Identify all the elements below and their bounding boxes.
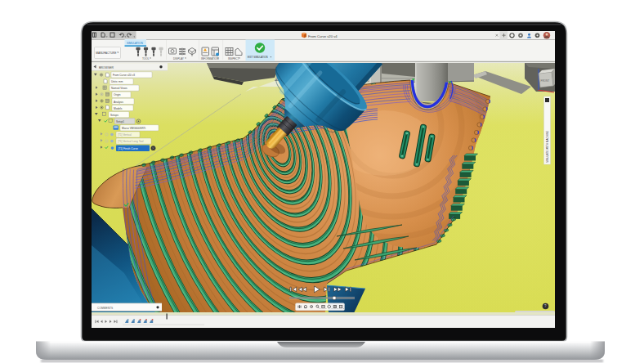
svg-text:[T1] Vertical: [T1] Vertical	[118, 133, 132, 137]
svg-text:INSPECT: INSPECT	[228, 57, 239, 60]
svg-text:Models: Models	[114, 107, 123, 110]
svg-text:Analysis: Analysis	[114, 101, 123, 104]
svg-text:From Curve v20 v4: From Curve v20 v4	[308, 34, 338, 38]
svg-text:[T1] Vertical Long Tool: [T1] Vertical Long Tool	[118, 140, 144, 143]
svg-text:[T1] Finish Curve: [T1] Finish Curve	[119, 147, 138, 150]
svg-text:MANUFACTURE: MANUFACTURE	[96, 52, 117, 55]
svg-text:DISPLAY: DISPLAY	[173, 57, 184, 60]
svg-text:COMMENTS: COMMENTS	[97, 307, 114, 310]
svg-text:INFORMATION: INFORMATION	[201, 57, 218, 60]
svg-text:SIMULATE WITH MACHINE: SIMULATE WITH MACHINE	[546, 131, 549, 163]
svg-text:From Curve v20 v3: From Curve v20 v3	[113, 74, 135, 77]
svg-text:Units: mm: Units: mm	[111, 80, 123, 83]
svg-text:BROWSER: BROWSER	[99, 66, 114, 69]
svg-text:Marco VMG600SRTi: Marco VMG600SRTi	[122, 127, 146, 130]
svg-text:Named Views: Named Views	[111, 87, 127, 90]
svg-text:Setup1: Setup1	[116, 120, 124, 123]
svg-text:Origin: Origin	[114, 93, 121, 96]
svg-text:SIMULATION: SIMULATION	[127, 42, 144, 45]
svg-text:FRONT: FRONT	[541, 79, 550, 83]
svg-text:EXIT SIMULATION: EXIT SIMULATION	[248, 56, 268, 59]
svg-text:Setups: Setups	[110, 114, 119, 117]
svg-text:TOOL: TOOL	[142, 57, 150, 60]
